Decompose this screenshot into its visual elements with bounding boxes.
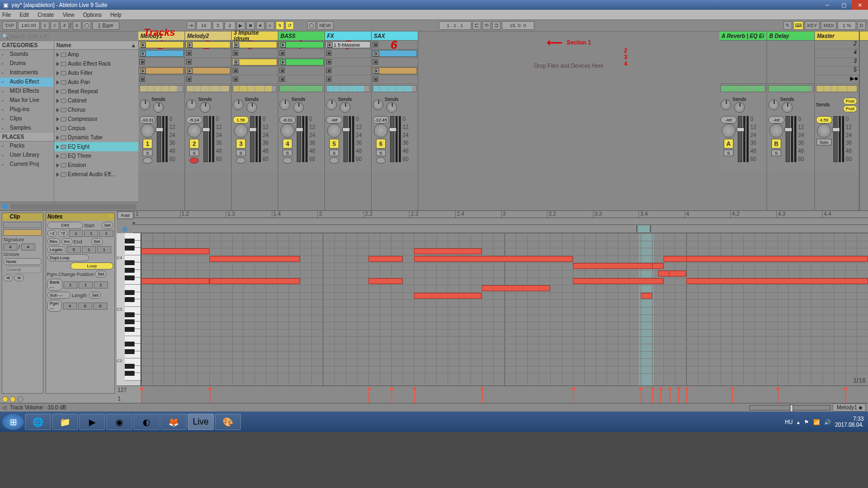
send-b-knob[interactable] bbox=[340, 102, 350, 113]
midi-note[interactable] bbox=[641, 293, 652, 299]
velocity-marker[interactable] bbox=[573, 389, 574, 403]
taskbar-chrome[interactable]: ◉ bbox=[106, 414, 132, 430]
category-item[interactable]: ▫Instruments bbox=[0, 68, 54, 78]
category-item[interactable]: ▫Plug-ins bbox=[0, 105, 54, 114]
category-item[interactable]: ▫Samples bbox=[0, 124, 54, 133]
taskbar-explorer[interactable]: 📁 bbox=[52, 414, 78, 430]
clip-name-field[interactable] bbox=[3, 222, 42, 228]
clip-slot[interactable] bbox=[325, 75, 371, 84]
menu-edit[interactable]: Edit bbox=[20, 12, 29, 18]
preview-icon[interactable] bbox=[2, 203, 8, 209]
midi-note[interactable] bbox=[414, 256, 573, 262]
rev-button[interactable]: Rev bbox=[47, 238, 60, 245]
sig-num[interactable]: 4 bbox=[60, 21, 69, 30]
menu-help[interactable]: Help bbox=[110, 12, 122, 18]
tray-volume-icon[interactable]: 🔊 bbox=[824, 419, 831, 425]
browser-item[interactable]: Beat Repeat bbox=[54, 87, 138, 96]
clip-overview[interactable] bbox=[768, 85, 813, 92]
track-activator[interactable]: 5 bbox=[329, 139, 339, 149]
len-six[interactable] bbox=[93, 303, 107, 310]
velocity-marker[interactable] bbox=[652, 389, 653, 403]
category-item[interactable]: ▫Drums bbox=[0, 59, 54, 68]
volume-fader[interactable] bbox=[157, 116, 161, 162]
midi-note[interactable] bbox=[209, 256, 301, 262]
clip-stop-button[interactable] bbox=[186, 59, 192, 65]
pan-knob[interactable] bbox=[769, 124, 783, 138]
stop-button[interactable]: ■ bbox=[246, 21, 255, 30]
tempo-field[interactable]: 140.00 bbox=[18, 21, 40, 30]
new-clip-button[interactable]: NEW bbox=[317, 21, 334, 30]
clip-slot[interactable] bbox=[232, 41, 278, 49]
prev-clip[interactable]: ≪ bbox=[3, 274, 13, 281]
midi-note[interactable] bbox=[658, 271, 669, 277]
tray-date[interactable]: 2017.08.04. bbox=[835, 422, 864, 428]
arm-button[interactable] bbox=[143, 157, 152, 164]
midi-note[interactable] bbox=[368, 256, 403, 262]
solo-button[interactable]: S bbox=[376, 150, 386, 156]
send-a-knob[interactable] bbox=[279, 99, 290, 110]
track-activator[interactable]: 3 bbox=[236, 139, 246, 149]
clip-play-button[interactable] bbox=[374, 51, 379, 56]
clip-slot[interactable]: 1 5-Massive bbox=[325, 41, 371, 49]
volume-fader[interactable] bbox=[786, 116, 790, 162]
clip-slot[interactable] bbox=[278, 67, 324, 75]
pos-set[interactable]: Set bbox=[95, 271, 107, 278]
solo-button[interactable]: Solo bbox=[816, 139, 832, 145]
send-b-knob[interactable] bbox=[200, 102, 210, 113]
len-bar[interactable] bbox=[63, 303, 77, 310]
loop-brace[interactable] bbox=[133, 225, 868, 233]
track-header[interactable]: 3 Impulse (drum bbox=[232, 31, 278, 41]
velocity-marker[interactable] bbox=[777, 389, 778, 403]
send-a-knob[interactable] bbox=[373, 99, 384, 110]
send-a-knob[interactable] bbox=[233, 99, 244, 110]
mul2-button[interactable]: *2 bbox=[58, 230, 68, 237]
solo-button[interactable]: S bbox=[771, 150, 781, 156]
clip-play-button[interactable] bbox=[141, 42, 146, 48]
envelope-box-icon[interactable] bbox=[17, 396, 23, 402]
pos-bars[interactable]: 16 bbox=[196, 21, 212, 30]
category-item[interactable]: ▫MIDI Effects bbox=[0, 87, 54, 96]
pgm-select[interactable]: Pgm --- bbox=[47, 300, 62, 312]
sub-select[interactable]: Sub --- bbox=[47, 292, 71, 299]
clip-stop-button[interactable] bbox=[373, 42, 378, 47]
tap-tempo-button[interactable]: TAP bbox=[2, 21, 17, 30]
volume-value[interactable]: -Inf bbox=[720, 116, 737, 124]
legato-button[interactable]: Legato bbox=[47, 246, 66, 253]
clip-slot[interactable] bbox=[232, 75, 278, 84]
send-a-knob[interactable] bbox=[768, 99, 779, 110]
clip-slot[interactable] bbox=[232, 67, 278, 75]
menu-options[interactable]: Options bbox=[83, 12, 101, 18]
play-button[interactable]: ▶ bbox=[237, 21, 245, 30]
clip-play-button[interactable] bbox=[187, 42, 193, 48]
clip-stop-button[interactable] bbox=[279, 50, 285, 56]
loop-marker-icon[interactable] bbox=[122, 227, 127, 232]
close-button[interactable]: ✕ bbox=[852, 0, 868, 10]
volume-fader[interactable] bbox=[297, 116, 301, 162]
clip-overview[interactable] bbox=[720, 85, 765, 92]
midi-scrub[interactable]: ▸ bbox=[133, 220, 868, 225]
velocity-marker[interactable] bbox=[660, 389, 661, 403]
clip-slot[interactable] bbox=[185, 58, 231, 67]
arm-button[interactable] bbox=[189, 157, 199, 164]
clip-stop-button[interactable] bbox=[279, 76, 285, 82]
arm-button[interactable] bbox=[376, 157, 386, 164]
clip-slot[interactable] bbox=[232, 58, 278, 67]
send-b-knob[interactable] bbox=[386, 102, 397, 113]
velocity-marker[interactable] bbox=[482, 389, 483, 403]
volume-fader[interactable] bbox=[203, 116, 208, 162]
clip-stop-button[interactable] bbox=[186, 50, 192, 56]
clip-stop-button[interactable] bbox=[373, 59, 378, 65]
start-button[interactable]: ⊞ bbox=[2, 414, 24, 430]
loop-switch[interactable]: ⟲ bbox=[482, 21, 491, 30]
taskbar-live[interactable]: Live bbox=[188, 414, 214, 430]
nudge-up[interactable]: ⦀ bbox=[50, 21, 59, 30]
track-activator[interactable]: 6 bbox=[376, 139, 386, 149]
tray-network-icon[interactable]: 📶 bbox=[813, 419, 820, 425]
pan-knob[interactable] bbox=[817, 124, 831, 138]
session-rec-button[interactable]: ◯ bbox=[307, 21, 316, 30]
send-a-knob[interactable] bbox=[720, 99, 731, 110]
start-set[interactable]: Set bbox=[101, 222, 113, 229]
clip-overview[interactable] bbox=[139, 85, 183, 92]
clip-stop-button[interactable] bbox=[139, 76, 145, 82]
track-activator[interactable]: 4 bbox=[283, 139, 292, 149]
